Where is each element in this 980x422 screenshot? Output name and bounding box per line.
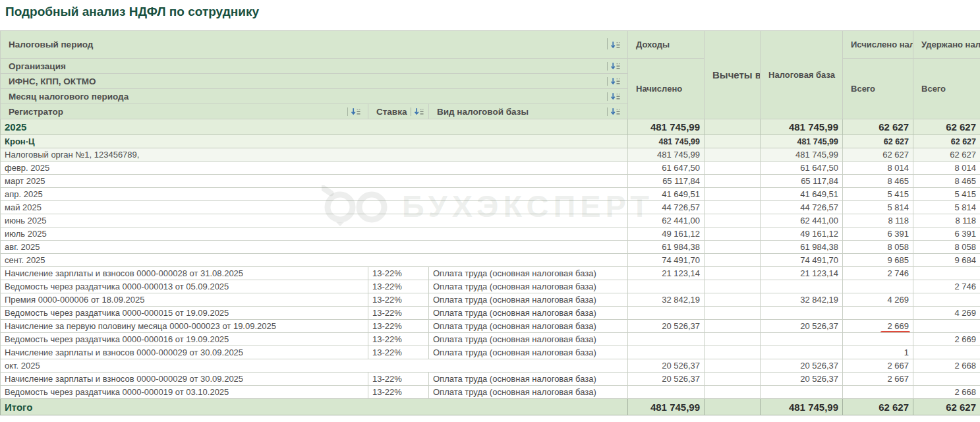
header-cell-deductions[interactable]: Вычеты всего	[705, 31, 761, 119]
cell-withheld[interactable]	[913, 293, 980, 307]
cell-deduct[interactable]	[705, 280, 761, 293]
cell-registrar[interactable]: Ведомость через раздатчика 0000-000019 о…	[1, 386, 368, 399]
cell-deduct[interactable]	[705, 214, 761, 227]
cell-deduct[interactable]	[705, 320, 761, 333]
cell-taxbase[interactable]: 481 745,99	[761, 399, 843, 415]
header-cell-withheld-sub[interactable]: Всего	[913, 59, 980, 119]
cell-taxbase[interactable]: 61 984,38	[761, 241, 843, 254]
cell-taxbase[interactable]: 481 745,99	[761, 119, 843, 135]
cell-withheld[interactable]: 2 746	[913, 280, 980, 293]
cell-taxbase[interactable]: 49 161,12	[761, 227, 843, 241]
cell-base-kind[interactable]: Оплата труда (основная налоговая база)	[429, 267, 628, 280]
cell-taxbase[interactable]: 20 526,37	[761, 320, 843, 333]
cell-income[interactable]: 481 745,99	[628, 399, 705, 415]
header-cell-tax-base[interactable]: Налоговая база	[761, 31, 843, 119]
header-cell-income[interactable]: Доходы	[628, 31, 705, 59]
sort-icon[interactable]	[607, 92, 623, 101]
cell-deduct[interactable]	[705, 201, 761, 214]
cell-withheld[interactable]: 4 269	[913, 307, 980, 320]
cell-deduct[interactable]	[705, 399, 761, 415]
header-cell-tax-period[interactable]: Налоговый период	[1, 31, 628, 59]
table-row[interactable]: Начисление зарплаты и взносов 0000-00002…	[1, 346, 980, 359]
cell-calc[interactable]: 8 465	[843, 175, 913, 188]
table-row[interactable]: сент. 202574 491,7074 491,709 6859 684	[1, 254, 980, 267]
cell-income[interactable]	[628, 307, 705, 320]
cell-taxbase[interactable]	[761, 346, 843, 359]
cell-calc[interactable]: 62 627	[843, 399, 913, 415]
table-row[interactable]: июль 202549 161,1249 161,126 3916 391	[1, 227, 980, 241]
cell-taxbase[interactable]	[761, 386, 843, 399]
table-row[interactable]: май 202544 726,5744 726,575 8145 814	[1, 201, 980, 214]
cell-calc[interactable]: 62 627	[843, 135, 913, 148]
cell-base-kind[interactable]: Оплата труда (основная налоговая база)	[429, 320, 628, 333]
header-cell-calculated-sub[interactable]: Всего	[843, 59, 913, 119]
table-row[interactable]: 2025481 745,99481 745,9962 62762 627	[1, 119, 980, 135]
cell-registrar[interactable]: Ведомость через раздатчика 0000-000013 о…	[1, 280, 368, 293]
cell-taxbase[interactable]: 21 123,14	[761, 267, 843, 280]
cell-withheld[interactable]: 5 415	[913, 188, 980, 201]
cell-calc[interactable]	[843, 280, 913, 293]
cell-withheld[interactable]: 6 391	[913, 227, 980, 241]
cell-deduct[interactable]	[705, 359, 761, 373]
cell-deduct[interactable]	[705, 148, 761, 162]
header-cell-calculated[interactable]: Исчислено налога	[843, 31, 913, 59]
cell-income[interactable]: 481 745,99	[628, 135, 705, 148]
cell-withheld[interactable]: 2 668	[913, 386, 980, 399]
cell-withheld[interactable]: 62 627	[913, 135, 980, 148]
cell-label[interactable]: июль 2025	[1, 227, 628, 241]
cell-withheld[interactable]	[913, 346, 980, 359]
cell-rate[interactable]: 13-22%	[368, 333, 429, 346]
cell-registrar[interactable]: Ведомость через раздатчика 0000-000015 о…	[1, 307, 368, 320]
cell-income[interactable]	[628, 333, 705, 346]
cell-rate[interactable]: 13-22%	[368, 293, 429, 307]
cell-taxbase[interactable]: 74 491,70	[761, 254, 843, 267]
cell-income[interactable]: 481 745,99	[628, 148, 705, 162]
cell-label[interactable]: Налоговый орган №1, 123456789,	[1, 148, 628, 162]
table-row[interactable]: июнь 202562 441,0062 441,008 1188 118	[1, 214, 980, 227]
cell-rate[interactable]: 13-22%	[368, 280, 429, 293]
cell-income[interactable]: 62 441,00	[628, 214, 705, 227]
cell-withheld[interactable]: 9 684	[913, 254, 980, 267]
cell-withheld[interactable]: 2 669	[913, 333, 980, 346]
cell-income[interactable]: 41 649,51	[628, 188, 705, 201]
cell-label[interactable]: февр. 2025	[1, 162, 628, 175]
cell-withheld[interactable]: 2 668	[913, 359, 980, 373]
cell-label[interactable]: авг. 2025	[1, 241, 628, 254]
cell-calc[interactable]: 62 627	[843, 148, 913, 162]
cell-income[interactable]: 20 526,37	[628, 373, 705, 386]
cell-withheld[interactable]	[913, 267, 980, 280]
cell-taxbase[interactable]: 20 526,37	[761, 359, 843, 373]
cell-withheld[interactable]: 8 014	[913, 162, 980, 175]
header-cell-withheld[interactable]: Удержано налога	[913, 31, 980, 59]
sort-icon[interactable]	[607, 38, 623, 49]
cell-rate[interactable]: 13-22%	[368, 267, 429, 280]
cell-income[interactable]: 21 123,14	[628, 267, 705, 280]
cell-deduct[interactable]	[705, 119, 761, 135]
cell-calc[interactable]: 6 391	[843, 227, 913, 241]
cell-registrar[interactable]: Начисление за первую половину месяца 000…	[1, 320, 368, 333]
sort-icon[interactable]	[347, 107, 364, 116]
cell-taxbase[interactable]: 32 842,19	[761, 293, 843, 307]
cell-calc[interactable]: 8 058	[843, 241, 913, 254]
cell-rate[interactable]: 13-22%	[368, 346, 429, 359]
table-row[interactable]: авг. 202561 984,3861 984,388 0588 058	[1, 241, 980, 254]
cell-taxbase[interactable]: 481 745,99	[761, 135, 843, 148]
cell-label[interactable]: май 2025	[1, 201, 628, 214]
cell-calc[interactable]: 2 667	[843, 359, 913, 373]
cell-income[interactable]	[628, 346, 705, 359]
header-cell-base-kind[interactable]: Вид налоговой базы	[429, 104, 628, 119]
cell-deduct[interactable]	[705, 188, 761, 201]
cell-income[interactable]: 20 526,37	[628, 320, 705, 333]
cell-income[interactable]: 20 526,37	[628, 359, 705, 373]
cell-income[interactable]: 32 842,19	[628, 293, 705, 307]
cell-registrar[interactable]: Начисление зарплаты и взносов 0000-00002…	[1, 373, 368, 386]
cell-withheld[interactable]	[913, 373, 980, 386]
cell-registrar[interactable]: Премия 0000-000006 от 18.09.2025	[1, 293, 368, 307]
cell-calc[interactable]: 9 685	[843, 254, 913, 267]
cell-calc[interactable]: 2 669	[843, 320, 913, 333]
cell-label[interactable]: окт. 2025	[1, 359, 628, 373]
cell-registrar[interactable]: Начисление зарплаты и взносов 0000-00002…	[1, 346, 368, 359]
table-row[interactable]: Итого481 745,99481 745,9962 62762 627	[1, 399, 980, 415]
cell-deduct[interactable]	[705, 135, 761, 148]
cell-taxbase[interactable]	[761, 333, 843, 346]
